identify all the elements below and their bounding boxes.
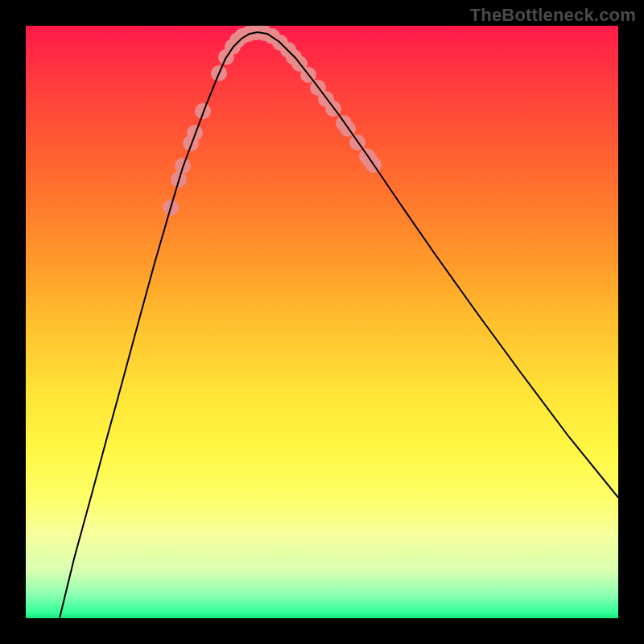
chart-plot-area [26, 26, 618, 618]
chart-svg [26, 26, 618, 618]
marker-group [163, 26, 382, 216]
chart-frame: TheBottleneck.com [0, 0, 644, 644]
highlight-dot [187, 125, 203, 141]
highlight-dot [195, 103, 211, 119]
watermark-text: TheBottleneck.com [470, 5, 636, 26]
